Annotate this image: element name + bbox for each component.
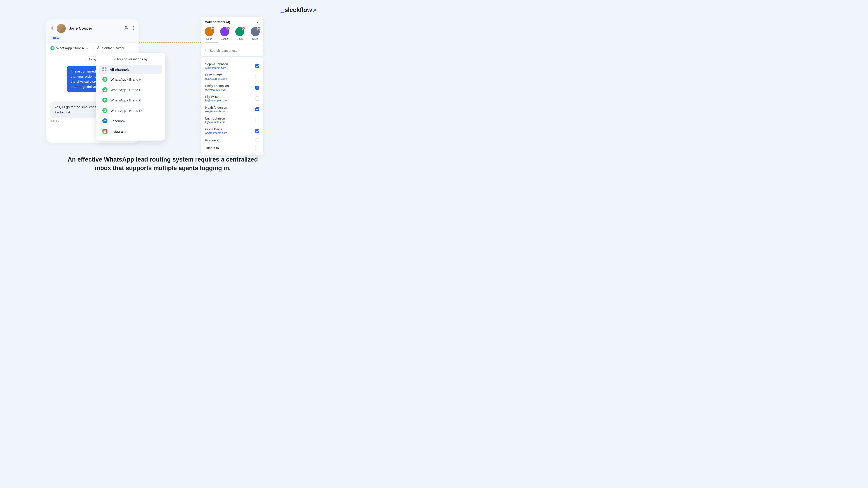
user-email: os@example.com	[205, 77, 227, 80]
instagram-icon	[102, 129, 107, 134]
collaborator-name: Emily	[237, 37, 243, 40]
chat-filter-bar: WhatsApp Store A ⌄ Contact Owner ⌄	[46, 43, 138, 53]
back-button[interactable]	[51, 26, 54, 31]
more-menu-icon[interactable]	[133, 26, 134, 31]
user-row[interactable]: Liam Johnsonlj@example.com	[205, 115, 259, 126]
user-name: Yuna Kim	[205, 146, 219, 150]
filter-item-label: WhatsApp - Brand C	[111, 98, 142, 102]
slide-caption: An effective WhatsApp lead routing syste…	[59, 156, 267, 173]
user-row[interactable]: Kristine Xiu	[205, 136, 259, 144]
user-name: Liam Johnson	[205, 117, 225, 120]
search-panel	[201, 45, 264, 56]
user-name: Oliver Smith	[205, 73, 227, 77]
user-name: Emily Thompson	[205, 84, 229, 88]
user-email: et@example.com	[205, 88, 229, 91]
svg-point-1	[125, 26, 127, 28]
remove-icon[interactable]: −	[257, 27, 260, 30]
owner-filter[interactable]: Contact Owner ⌄	[92, 46, 133, 50]
collaborator[interactable]: −Sophia	[220, 27, 229, 40]
collaborator-name: Noah	[206, 37, 212, 40]
checkbox-unchecked[interactable]	[255, 75, 259, 79]
checkbox-checked[interactable]	[255, 86, 259, 90]
logo-underscore: _	[281, 6, 284, 13]
filter-item[interactable]: WhatsApp - Brand A	[99, 74, 162, 85]
svg-point-4	[133, 29, 134, 30]
user-email: od@exmaple.com	[205, 131, 227, 135]
svg-point-9	[205, 49, 207, 51]
collaborators-panel: Collaborators (4) −Noah−Sophia−Emily−Oli…	[201, 17, 264, 45]
checkbox-unchecked[interactable]	[255, 96, 259, 101]
channel-filter[interactable]: WhatsApp Store A ⌄	[51, 46, 92, 50]
user-row[interactable]: Oliver Smithos@example.com	[205, 71, 259, 82]
logo-text: sleekflow	[284, 6, 312, 13]
scroll-indicator	[205, 42, 218, 43]
remove-icon[interactable]: −	[226, 27, 230, 30]
filter-item-label: Instagram	[111, 129, 126, 133]
filter-item-label: WhatsApp - Brand B	[111, 88, 142, 92]
user-row[interactable]: Noah Andersonna@example.com	[205, 104, 259, 115]
svg-point-5	[98, 46, 99, 48]
person-icon	[96, 46, 100, 50]
collaborator-name: Olivia	[252, 37, 258, 40]
filter-item-label: All channels	[110, 68, 129, 71]
filter-item[interactable]: WhatsApp - Brand D	[99, 105, 162, 116]
user-row[interactable]: Sophia Johnsonsj@example.com	[205, 61, 259, 71]
add-person-icon[interactable]	[124, 26, 129, 31]
contact-avatar[interactable]	[57, 24, 66, 33]
search-input[interactable]	[204, 47, 261, 54]
whatsapp-icon	[102, 108, 107, 113]
remove-icon[interactable]: −	[242, 27, 245, 30]
collapse-icon[interactable]	[256, 20, 260, 24]
filter-item[interactable]: All channels	[99, 65, 162, 74]
checkbox-checked[interactable]	[255, 107, 259, 111]
user-row[interactable]: Emily Thompsonet@example.com	[205, 82, 259, 93]
user-list-panel: Sophia Johnsonsj@example.comOliver Smith…	[201, 57, 264, 155]
user-email: lj@example.com	[205, 121, 225, 124]
user-name: Sophia Johnson	[205, 62, 228, 66]
chevron-down-icon: ⌄	[86, 46, 88, 50]
whatsapp-icon	[102, 77, 107, 82]
user-row[interactable]: Olivia Davisod@exmaple.com	[205, 126, 259, 136]
filter-item[interactable]: WhatsApp - Brand C	[99, 95, 162, 105]
user-email: na@example.com	[205, 110, 227, 113]
collaborator[interactable]: −Olivia	[251, 27, 260, 40]
filter-item[interactable]: WhatsApp - Brand B	[99, 85, 162, 95]
user-email: sj@example.com	[205, 66, 228, 70]
collaborators-title: Collaborators (4)	[205, 20, 230, 24]
filter-dropdown-title: Filter conversations by	[99, 57, 162, 61]
whatsapp-icon	[102, 98, 107, 103]
filter-item[interactable]: Instagram	[99, 126, 162, 136]
collaborator-name: Sophia	[221, 37, 228, 40]
user-name: Kristine Xiu	[205, 138, 221, 142]
user-name: Lily Wilson	[205, 95, 227, 98]
checkbox-unchecked[interactable]	[255, 118, 259, 122]
user-email: lw@example.com	[205, 99, 227, 102]
filter-dropdown: Filter conversations by All channelsWhat…	[96, 53, 165, 140]
chat-header: Jane Cooper NEW	[46, 20, 138, 43]
search-icon	[205, 48, 208, 53]
user-row[interactable]: Lily Wilsonlw@example.com	[205, 93, 259, 104]
owner-filter-label: Contact Owner	[102, 46, 125, 50]
checkbox-checked[interactable]	[255, 129, 259, 133]
logo-arrow-icon	[313, 6, 316, 10]
user-row[interactable]: Yuna Kim	[205, 144, 259, 152]
filter-item[interactable]: Facebook	[99, 116, 162, 126]
collaborator[interactable]: −Noah	[205, 27, 214, 40]
filter-item-label: Facebook	[111, 119, 125, 123]
remove-icon[interactable]: −	[211, 27, 215, 30]
brand-logo: _ sleekflow	[281, 6, 316, 13]
filter-item-label: WhatsApp - Brand A	[111, 77, 141, 81]
new-badge: NEW	[51, 36, 61, 40]
checkbox-checked[interactable]	[255, 64, 259, 68]
svg-point-2	[133, 26, 134, 27]
checkbox-unchecked[interactable]	[255, 146, 259, 150]
collaborator[interactable]: −Emily	[235, 27, 244, 40]
filter-item-label: WhatsApp - Brand D	[111, 109, 142, 112]
checkbox-unchecked[interactable]	[255, 138, 259, 142]
contact-name: Jane Cooper	[69, 26, 121, 31]
user-name: Olivia Davis	[205, 127, 227, 131]
whatsapp-icon	[51, 46, 55, 50]
whatsapp-icon	[102, 87, 107, 92]
user-name: Noah Anderson	[205, 106, 227, 109]
facebook-icon	[102, 119, 107, 123]
